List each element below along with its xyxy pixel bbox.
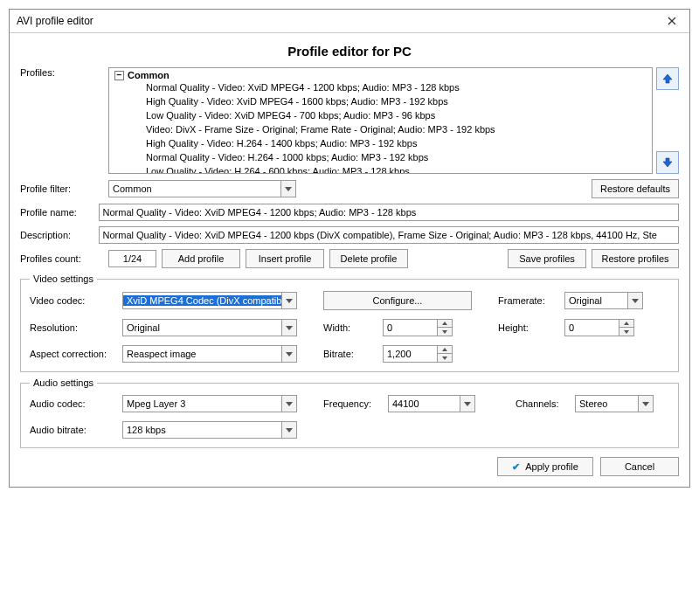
delete-profile-button[interactable]: Delete profile <box>329 249 408 268</box>
dialog-content: Profile editor for PC Profiles: − Common… <box>10 33 689 487</box>
framerate-label: Framerate: <box>498 295 559 306</box>
profile-name-label: Profile name: <box>20 207 93 218</box>
page-title: Profile editor for PC <box>20 44 679 59</box>
resolution-value: Original <box>123 322 281 333</box>
audio-codec-label: Audio codec: <box>30 398 117 409</box>
aspect-correction-label: Aspect correction: <box>30 349 117 359</box>
chevron-down-icon[interactable] <box>627 293 642 308</box>
audio-settings-legend: Audio settings <box>30 377 97 388</box>
titlebar: AVI profile editor <box>10 10 689 33</box>
frequency-value: 44100 <box>389 398 460 409</box>
dialog-window: AVI profile editor Profile editor for PC… <box>9 9 690 488</box>
list-item[interactable]: Normal Quality - Video: H.264 - 1000 kbp… <box>114 150 650 164</box>
move-up-button[interactable] <box>656 67 679 90</box>
chevron-down-icon[interactable] <box>281 422 296 438</box>
channels-select[interactable]: Stereo <box>575 395 654 412</box>
list-item[interactable]: High Quality - Video: XviD MPEG4 - 1600 … <box>114 94 650 108</box>
chevron-down-icon[interactable] <box>281 396 296 412</box>
aspect-correction-select[interactable]: Reaspect image <box>122 345 297 363</box>
audio-bitrate-select[interactable]: 128 kbps <box>122 421 297 439</box>
chevron-down-icon[interactable] <box>281 346 296 362</box>
list-item[interactable]: Video: DivX - Frame Size - Original; Fra… <box>114 122 650 136</box>
configure-button[interactable]: Configure... <box>323 291 472 310</box>
audio-settings-group: Audio settings Audio codec: Mpeg Layer 3… <box>20 377 679 448</box>
cancel-button[interactable]: Cancel <box>600 457 679 476</box>
tree-root-label: Common <box>128 70 170 80</box>
profile-name-input[interactable] <box>99 204 679 221</box>
add-profile-button[interactable]: Add profile <box>162 249 240 268</box>
list-item[interactable]: High Quality - Video: H.264 - 1400 kbps;… <box>114 136 650 150</box>
chevron-down-icon[interactable] <box>281 293 296 308</box>
width-label: Width: <box>323 322 377 333</box>
list-item[interactable]: Normal Quality - Video: XviD MPEG4 - 120… <box>114 80 650 94</box>
save-profiles-button[interactable]: Save profiles <box>508 249 586 268</box>
spin-up[interactable] <box>619 320 633 328</box>
tree-root[interactable]: − Common <box>114 70 650 80</box>
channels-value: Stereo <box>576 398 638 409</box>
framerate-value: Original <box>565 295 627 306</box>
width-stepper[interactable] <box>383 319 453 336</box>
spin-down[interactable] <box>438 354 452 362</box>
profile-filter-label: Profile filter: <box>20 183 103 194</box>
frequency-select[interactable]: 44100 <box>388 395 475 412</box>
chevron-down-icon[interactable] <box>638 396 653 412</box>
spin-down[interactable] <box>438 328 452 336</box>
chevron-down-icon[interactable] <box>281 320 296 336</box>
aspect-correction-value: Reaspect image <box>123 349 281 359</box>
profiles-count-label: Profiles count: <box>20 253 103 264</box>
profiles-tree[interactable]: − Common Normal Quality - Video: XviD MP… <box>108 67 653 174</box>
description-label: Description: <box>20 230 93 240</box>
video-settings-group: Video settings Video codec: XviD MPEG4 C… <box>20 273 679 372</box>
bitrate-input[interactable] <box>383 345 437 363</box>
audio-bitrate-value: 128 kbps <box>123 425 281 435</box>
restore-defaults-button[interactable]: Restore defaults <box>592 179 679 198</box>
insert-profile-button[interactable]: Insert profile <box>246 249 324 268</box>
list-item[interactable]: Low Quality - Video: H.264 - 600 kbps; A… <box>114 164 650 174</box>
height-stepper[interactable] <box>564 319 634 336</box>
spin-up[interactable] <box>438 320 452 328</box>
restore-profiles-button[interactable]: Restore profiles <box>592 249 679 268</box>
channels-label: Channels: <box>516 398 570 409</box>
arrow-down-icon <box>661 156 674 169</box>
apply-profile-label: Apply profile <box>525 461 578 472</box>
list-item[interactable]: Low Quality - Video: XviD MPEG4 - 700 kb… <box>114 108 650 122</box>
close-icon <box>668 17 676 25</box>
chevron-down-icon[interactable] <box>460 396 474 412</box>
collapse-icon[interactable]: − <box>114 71 124 80</box>
height-input[interactable] <box>564 319 619 336</box>
video-codec-value: XviD MPEG4 Codec (DivX compatible <box>123 295 281 306</box>
svg-marker-3 <box>663 158 672 167</box>
profile-filter-value: Common <box>109 183 280 194</box>
move-down-button[interactable] <box>656 151 679 174</box>
frequency-label: Frequency: <box>323 398 383 409</box>
description-input[interactable] <box>99 226 679 244</box>
window-title: AVI profile editor <box>17 15 93 27</box>
video-codec-select[interactable]: XviD MPEG4 Codec (DivX compatible <box>122 292 297 309</box>
framerate-select[interactable]: Original <box>564 292 643 309</box>
svg-marker-2 <box>663 74 672 83</box>
audio-codec-select[interactable]: Mpeg Layer 3 <box>122 395 297 412</box>
bitrate-stepper[interactable] <box>383 345 453 363</box>
arrow-up-icon <box>661 73 674 85</box>
resolution-select[interactable]: Original <box>122 319 297 336</box>
apply-profile-button[interactable]: ✔ Apply profile <box>497 457 593 476</box>
bitrate-label: Bitrate: <box>323 349 377 359</box>
video-settings-legend: Video settings <box>30 273 97 284</box>
spin-up[interactable] <box>438 346 452 354</box>
resolution-label: Resolution: <box>30 322 117 333</box>
profiles-label: Profiles: <box>20 67 103 78</box>
spin-down[interactable] <box>619 328 633 336</box>
audio-bitrate-label: Audio bitrate: <box>30 425 117 435</box>
audio-codec-value: Mpeg Layer 3 <box>123 398 281 409</box>
video-codec-label: Video codec: <box>30 295 117 306</box>
height-label: Height: <box>498 322 559 333</box>
check-icon: ✔ <box>512 461 520 473</box>
width-input[interactable] <box>383 319 437 336</box>
profiles-count-value <box>108 250 156 267</box>
chevron-down-icon[interactable] <box>280 181 295 197</box>
close-button[interactable] <box>661 13 682 29</box>
profile-filter-select[interactable]: Common <box>108 180 296 197</box>
